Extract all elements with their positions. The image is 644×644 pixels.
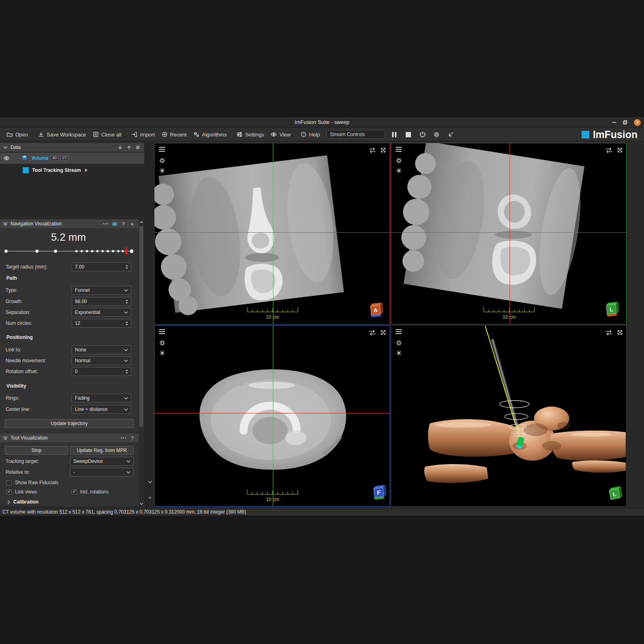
orientation-cube[interactable]: L <box>605 301 622 318</box>
update-trajectory-button[interactable]: Update trajectory <box>5 419 134 428</box>
swap-views-icon[interactable] <box>368 147 377 153</box>
spinner-up-icon[interactable] <box>126 265 128 266</box>
settings-button[interactable]: Settings <box>233 129 267 140</box>
viewport-bottom-left[interactable]: 10 cm F <box>154 325 390 507</box>
maximize-view-icon[interactable] <box>380 329 386 336</box>
gear-icon[interactable] <box>395 157 402 164</box>
move-down-button[interactable] <box>117 144 123 151</box>
import-button[interactable]: Import <box>128 129 158 140</box>
viewport-top-right[interactable]: 10 cm L <box>391 143 627 324</box>
save-workspace-button[interactable]: Save Workspace <box>35 129 89 140</box>
swap-views-icon[interactable] <box>605 330 613 336</box>
dock-scroll-down-button[interactable] <box>147 479 153 485</box>
tool-more-options-button[interactable] <box>120 435 126 441</box>
nav-more-options-button[interactable] <box>103 221 109 227</box>
data-panel-header[interactable]: Data <box>0 143 144 152</box>
view-button[interactable]: View <box>267 129 294 140</box>
maximize-view-icon[interactable] <box>617 147 623 153</box>
nav-close-button[interactable]: × <box>129 221 135 227</box>
spinner-down-icon[interactable] <box>126 372 128 374</box>
ring-distance-slider[interactable] <box>4 246 135 256</box>
power-stream-button[interactable] <box>417 129 428 140</box>
orientation-cube[interactable]: F <box>372 484 390 501</box>
center-line-dropdown[interactable]: Line + distance <box>72 405 131 414</box>
spinner-down-icon[interactable] <box>126 302 128 304</box>
orientation-cube[interactable]: A <box>369 302 386 319</box>
spinner-down-icon[interactable] <box>126 324 128 326</box>
maximize-view-icon[interactable] <box>380 147 386 153</box>
viewport-3d[interactable]: L <box>391 325 627 507</box>
target-radius-spinbox[interactable]: 7.00 <box>72 262 131 271</box>
update-reg-from-mpr-button[interactable]: Update Reg. from MPR <box>70 446 134 455</box>
gear-icon[interactable] <box>159 339 166 347</box>
panel-splitter[interactable] <box>0 216 144 219</box>
scroll-down-button[interactable] <box>138 501 144 507</box>
stop-stream-button[interactable] <box>403 129 414 140</box>
snapshot-button[interactable] <box>446 129 456 140</box>
play-arrow-icon[interactable] <box>85 169 88 172</box>
scroll-up-button[interactable] <box>138 219 144 225</box>
viewport-top-left[interactable]: 10 cm A <box>154 143 390 324</box>
link-to-dropdown[interactable]: None <box>72 345 131 354</box>
separation-dropdown[interactable]: Exponential <box>72 308 131 317</box>
relative-to-dropdown[interactable]: - <box>70 468 134 477</box>
link-views-checkbox[interactable] <box>6 489 12 495</box>
data-item-volume[interactable]: Volume 3D CT <box>0 153 144 164</box>
brightness-icon[interactable] <box>159 350 165 356</box>
gear-icon[interactable] <box>159 157 166 164</box>
tracking-target-dropdown[interactable]: SweepDevice <box>70 457 134 466</box>
algorithms-button[interactable]: Algorithms <box>190 129 230 140</box>
title-bar[interactable]: ImFusion Suite - sweep ✕ <box>0 117 644 128</box>
brightness-icon[interactable] <box>396 167 402 174</box>
spinner-down-icon[interactable] <box>126 268 128 269</box>
maximize-view-icon[interactable] <box>617 329 623 336</box>
collapse-sidebar-button[interactable]: « <box>147 494 153 501</box>
view-menu-icon[interactable] <box>396 329 402 335</box>
view-menu-icon[interactable] <box>159 329 165 335</box>
nav-help-button[interactable]: ? <box>120 221 126 227</box>
swap-views-icon[interactable] <box>605 147 613 153</box>
data-settings-button[interactable] <box>135 144 141 151</box>
chevron-right-icon[interactable] <box>7 500 11 504</box>
open-button[interactable]: Open <box>3 129 31 140</box>
incl-rotations-checkbox[interactable] <box>72 489 77 495</box>
help-button[interactable]: ? Help <box>297 129 323 140</box>
rotation-offset-spinbox[interactable]: 0 <box>72 367 131 376</box>
stream-controls-selector[interactable]: Stream Controls <box>326 130 385 139</box>
spinner-up-icon[interactable] <box>126 369 128 371</box>
stop-button[interactable]: Stop <box>5 446 68 455</box>
show-raw-fiducials-checkbox[interactable] <box>6 480 12 485</box>
num-circles-spinbox[interactable]: 12 <box>72 319 131 328</box>
recent-button[interactable]: Recent <box>158 129 190 140</box>
brightness-icon[interactable] <box>159 167 165 174</box>
pause-stream-button[interactable] <box>389 129 400 140</box>
tool-help-button[interactable]: ? <box>129 435 135 441</box>
growth-spinbox[interactable]: 98.00 <box>72 297 131 306</box>
type-dropdown[interactable]: Funnel <box>72 286 131 295</box>
spinner-up-icon[interactable] <box>126 299 128 301</box>
view-menu-icon[interactable] <box>159 147 165 153</box>
rings-dropdown[interactable]: Fading <box>72 394 131 402</box>
swap-views-icon[interactable] <box>368 330 377 336</box>
data-item-tool-tracking-stream[interactable]: Tool Tracking Stream <box>0 165 144 176</box>
tool-panel-header[interactable]: Tool Visualization ? <box>0 433 138 442</box>
scroll-thumb[interactable] <box>139 226 143 427</box>
window-minimize-button[interactable] <box>612 122 616 123</box>
gear-icon[interactable] <box>395 339 402 347</box>
needle-movement-dropdown[interactable]: Normal <box>72 356 131 365</box>
visibility-eye-icon[interactable] <box>3 155 10 161</box>
orientation-cube[interactable]: L <box>607 485 626 503</box>
logo-text: ImFusion <box>593 129 638 140</box>
view-menu-icon[interactable] <box>396 147 402 153</box>
window-restore-button[interactable] <box>622 120 628 125</box>
brightness-icon[interactable] <box>396 350 402 356</box>
dock-scrollbar[interactable] <box>138 219 144 507</box>
record-stream-button[interactable] <box>431 129 442 140</box>
window-close-button[interactable]: ✕ <box>634 119 641 126</box>
nav-panel-header[interactable]: Navigation Visualization ? × <box>0 219 138 228</box>
move-up-button[interactable] <box>126 144 132 151</box>
nav-visibility-button[interactable] <box>111 221 118 227</box>
spinner-up-icon[interactable] <box>126 321 128 323</box>
calibration-section[interactable]: Calibration <box>13 499 39 505</box>
close-all-button[interactable]: Close all <box>89 129 125 140</box>
